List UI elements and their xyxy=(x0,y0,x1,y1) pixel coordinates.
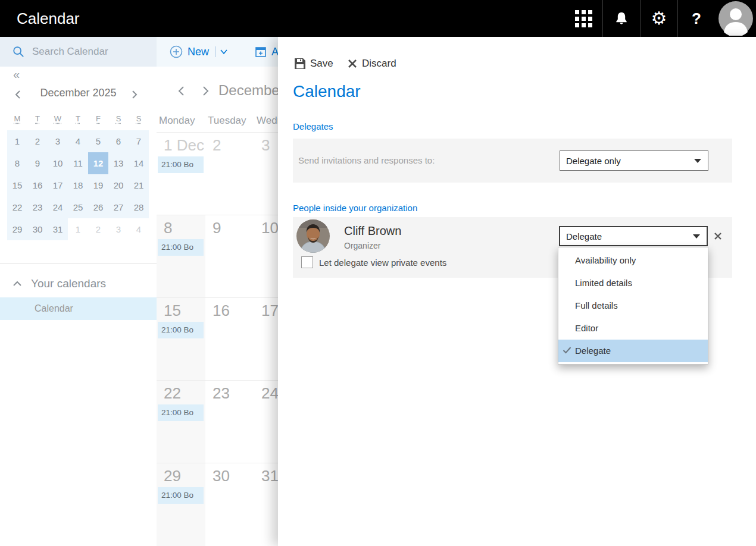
minical-day[interactable]: 25 xyxy=(68,196,88,218)
minical-day[interactable]: 29 xyxy=(7,218,27,240)
day-cell[interactable]: 2 xyxy=(205,133,254,215)
event-chip[interactable]: 21:00 Bo xyxy=(158,487,204,504)
weekday-header: Wednesday xyxy=(254,115,278,127)
day-cell[interactable]: 30 xyxy=(205,463,254,546)
event-chip[interactable]: 21:00 Bo xyxy=(158,156,204,173)
menu-item-full-details[interactable]: Full details xyxy=(558,294,708,317)
settings-button[interactable]: ⚙ xyxy=(640,0,677,37)
minical-day-next-month[interactable]: 4 xyxy=(129,218,149,240)
minical-day[interactable]: 26 xyxy=(88,196,108,218)
account-avatar-button[interactable] xyxy=(715,0,756,37)
sidebar-divider xyxy=(0,263,157,264)
new-event-button[interactable]: New xyxy=(170,37,228,67)
sidebar: Search Calendar « December 2025 M T W T … xyxy=(0,37,157,546)
day-number: 17 xyxy=(261,302,278,320)
minical-day[interactable]: 4 xyxy=(68,130,88,152)
add-calendar-icon xyxy=(255,46,267,58)
day-cell[interactable]: 10 xyxy=(254,215,278,298)
day-number: 10 xyxy=(261,219,278,237)
private-events-label: Let delegate view private events xyxy=(319,258,446,268)
notifications-button[interactable] xyxy=(602,0,640,37)
search-calendar-input[interactable]: Search Calendar xyxy=(0,37,157,67)
minical-day[interactable]: 18 xyxy=(68,174,88,196)
menu-item-editor[interactable]: Editor xyxy=(558,317,708,340)
menu-item-availability-only[interactable]: Availability only xyxy=(558,249,708,272)
day-cell[interactable]: 23 xyxy=(205,381,254,463)
day-cell[interactable]: 29 21:00 Bo xyxy=(157,463,205,546)
your-calendars-toggle[interactable]: Your calendars xyxy=(0,272,157,296)
minical-day[interactable]: 21 xyxy=(129,174,149,196)
event-chip[interactable]: 21:00 Bo xyxy=(158,322,204,338)
minical-day[interactable]: 16 xyxy=(27,174,48,196)
minical-day[interactable]: 19 xyxy=(88,174,108,196)
help-button[interactable]: ? xyxy=(677,0,715,37)
minical-day-next-month[interactable]: 1 xyxy=(68,218,88,240)
add-calendar-label: Add calendar xyxy=(271,46,278,58)
minical-day[interactable]: 1 xyxy=(7,130,27,152)
minical-day[interactable]: 14 xyxy=(129,152,149,174)
minical-day[interactable]: 2 xyxy=(27,130,48,152)
calendar-item-label: Calendar xyxy=(35,303,73,314)
minical-day[interactable]: 23 xyxy=(27,196,48,218)
send-invitations-dropdown[interactable]: Delegate only xyxy=(560,150,708,171)
minical-day[interactable]: 8 xyxy=(7,152,27,174)
minical-day[interactable]: 27 xyxy=(108,196,129,218)
minical-day[interactable]: 3 xyxy=(48,130,68,152)
add-calendar-button[interactable]: Add calendar xyxy=(255,37,278,67)
app-launcher-button[interactable] xyxy=(565,0,602,37)
day-cell[interactable]: 16 xyxy=(205,298,254,381)
day-cell[interactable]: 17 xyxy=(254,298,278,381)
save-label: Save xyxy=(310,58,333,70)
collapse-sidebar-button[interactable]: « xyxy=(13,68,20,81)
day-cell[interactable]: 15 21:00 Bo xyxy=(157,298,205,381)
minical-day[interactable]: 15 xyxy=(7,174,27,196)
dropdown-arrow-icon xyxy=(693,234,700,239)
sidebar-item-calendar[interactable]: Calendar xyxy=(0,297,157,320)
next-month-button[interactable] xyxy=(201,84,211,100)
day-cell[interactable]: 1 Dec 21:00 Bo xyxy=(157,133,205,215)
prev-month-button[interactable] xyxy=(176,84,186,100)
remove-delegate-button[interactable] xyxy=(712,230,724,242)
minical-day[interactable]: 24 xyxy=(48,196,68,218)
minical-next-month-button[interactable] xyxy=(130,89,139,102)
minical-day[interactable]: 11 xyxy=(68,152,88,174)
discard-button[interactable]: Discard xyxy=(348,56,396,71)
minical-day-header: T xyxy=(68,114,88,123)
day-cell[interactable]: 24 xyxy=(254,381,278,463)
minical-day-next-month[interactable]: 3 xyxy=(108,218,129,240)
minical-day[interactable]: 30 xyxy=(27,218,48,240)
minical-day[interactable]: 6 xyxy=(108,130,129,152)
minical-day[interactable]: 22 xyxy=(7,196,27,218)
calendar-app: Calendar ⚙ ? xyxy=(0,0,756,546)
menu-item-delegate-selected[interactable]: Delegate xyxy=(558,340,708,362)
private-events-checkbox[interactable] xyxy=(301,256,313,268)
day-cell[interactable]: 22 21:00 Bo xyxy=(157,381,205,463)
send-invitations-label: Send invitations and responses to: xyxy=(298,139,435,183)
minical-day[interactable]: 10 xyxy=(48,152,68,174)
save-button[interactable]: Save xyxy=(295,56,333,71)
menu-item-limited-details[interactable]: Limited details xyxy=(558,272,708,294)
month-grid: 1 Dec 21:00 Bo 2 3 23:30 8 21:00 Bo 9 xyxy=(157,132,278,545)
day-cell[interactable]: 3 23:30 xyxy=(254,133,278,215)
minical-day[interactable]: 13 xyxy=(108,152,129,174)
avatar-icon xyxy=(718,1,753,36)
week-row: 29 21:00 Bo 30 31 xyxy=(157,463,278,545)
minical-day[interactable]: 17 xyxy=(48,174,68,196)
minical-day[interactable]: 9 xyxy=(27,152,48,174)
minical-day[interactable]: 7 xyxy=(129,130,149,152)
day-cell[interactable]: 8 21:00 Bo xyxy=(157,215,205,298)
minical-day[interactable]: 28 xyxy=(129,196,149,218)
day-cell[interactable]: 31 xyxy=(254,463,278,546)
minical-prev-month-button[interactable] xyxy=(13,89,23,102)
event-chip[interactable]: 21:00 Bo xyxy=(158,239,204,256)
person-name: Cliff Brown xyxy=(344,224,401,238)
day-cell[interactable]: 9 xyxy=(205,215,254,298)
minical-day[interactable]: 31 xyxy=(48,218,68,240)
minical-day[interactable]: 5 xyxy=(88,130,108,152)
minical-day-header: W xyxy=(48,114,68,123)
permission-dropdown[interactable]: Delegate xyxy=(559,226,708,246)
event-chip[interactable]: 21:00 Bo xyxy=(158,404,204,421)
minical-day-next-month[interactable]: 2 xyxy=(88,218,108,240)
minical-day-selected[interactable]: 12 xyxy=(88,152,108,174)
minical-day[interactable]: 20 xyxy=(108,174,129,196)
